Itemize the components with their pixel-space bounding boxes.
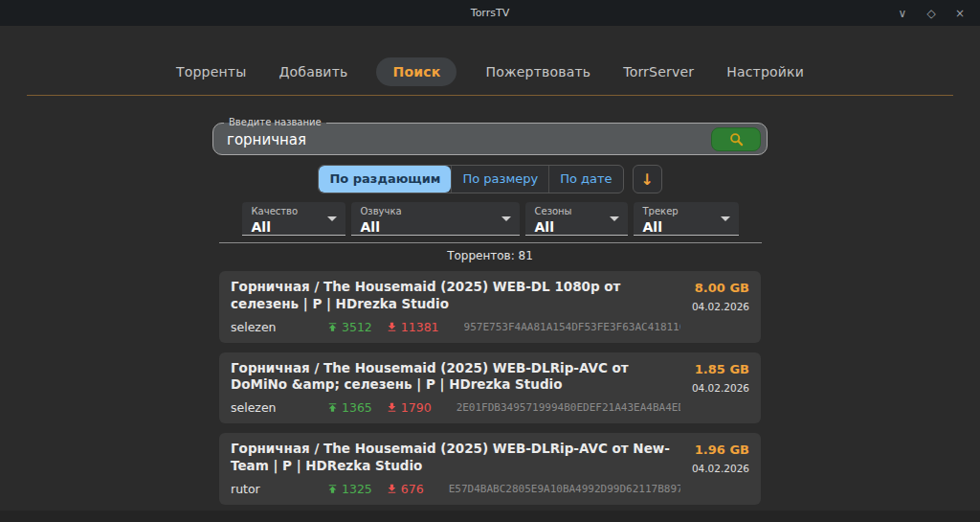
sort-row: По раздающимПо размеруПо дате ↓ [0,165,980,193]
app-title: TorrsTV [471,7,509,19]
leechers-stat: 676 [386,482,424,496]
results-count: Торрентов: 81 [0,249,980,262]
search-field-label: Введите название [224,117,326,128]
download-icon [386,321,398,333]
tracker-name: selezen [231,320,326,334]
search-field: Введите название [212,123,768,155]
download-icon [386,401,398,414]
torrent-size: 1.85 GB [680,360,749,376]
torrent-title: Горничная / The Housemaid (2025) WEB-DL … [231,279,680,313]
search-icon [728,131,745,148]
leechers-stat: 11381 [386,320,439,334]
seeders-stat: 3512 [326,320,372,334]
minimize-button[interactable]: ∨ [892,3,913,24]
sort-option[interactable]: По дате [548,166,622,193]
tracker-name: rutor [231,482,326,496]
filter-label: Трекер [643,206,716,217]
seeders-stat: 1325 [326,482,372,496]
upload-icon [326,401,339,414]
filter-select[interactable]: Сезоны All [525,202,628,236]
torrent-size: 1.96 GB [680,441,749,457]
nav-tab[interactable]: Поиск [376,57,457,86]
nav-tabs: ТоррентыДобавитьПоискПожертвоватьTorrSer… [0,57,980,86]
download-icon [386,483,398,495]
torrent-hash: E57D4BABC2805E9A10BA4992D99D62117B8970A0 [449,483,680,495]
nav-tab[interactable]: Настройки [723,57,808,86]
seeders-count: 1365 [342,400,372,415]
chevron-down-icon [327,216,337,221]
nav-tab[interactable]: TorrServer [619,57,698,86]
chevron-down-icon [610,216,619,221]
filter-label: Сезоны [535,206,605,217]
window-controls: ∨◇× [892,0,970,26]
filter-label: Озвучка [361,206,497,217]
leechers-stat: 1790 [386,400,432,415]
torrent-date: 04.02.2026 [680,463,749,474]
chevron-down-icon [721,216,730,221]
torrent-list: Горничная / The Housemaid (2025) WEB-DL … [219,271,761,522]
torrent-hash: 957E753F4AA81A154DF53FE3F63AC41811C0A5B0 [464,321,680,333]
seeders-count: 1325 [342,482,372,496]
filter-select[interactable]: Озвучка All [351,202,520,236]
torrent-card[interactable]: Горничная / The Housemaid (2025) WEB-DLR… [219,352,761,424]
torrent-date: 04.02.2026 [680,382,749,394]
arrow-down-icon: ↓ [640,170,653,189]
filters-divider [219,242,762,243]
torrent-date: 04.02.2026 [680,301,749,312]
nav-tab[interactable]: Пожертвовать [481,57,594,86]
maximize-button[interactable]: ◇ [921,3,942,24]
torrent-card[interactable]: Горничная / The Housemaid (2025) WEB-DL … [219,271,761,343]
upload-icon [326,321,339,333]
filters-row: Качество All Озвучка All Сезоны All Трек… [0,202,980,236]
chevron-down-icon [501,216,511,221]
leechers-count: 11381 [401,320,439,334]
titlebar: TorrsTV ∨◇× [0,0,980,26]
torrent-hash: 2E01FDB3495719994B0EDEF21A43EA4BA4EDD0A1 [457,401,680,414]
torrent-size: 8.00 GB [680,279,749,295]
seeders-count: 3512 [342,320,372,334]
torrent-title: Горничная / The Housemaid (2025) WEB-DLR… [231,360,680,395]
leechers-count: 676 [401,482,424,496]
torrent-card[interactable]: Горничная / The Housemaid (2025) WEB-DLR… [219,433,761,505]
filter-label: Качество [252,206,323,217]
tracker-name: selezen [231,400,326,415]
torrent-title: Горничная / The Housemaid (2025) WEB-DLR… [231,441,680,475]
sort-direction-button[interactable]: ↓ [633,165,662,193]
close-button[interactable]: × [949,3,970,24]
sort-button-group: По раздающимПо размеруПо дате [318,165,623,193]
leechers-count: 1790 [401,400,432,415]
seeders-stat: 1365 [326,400,372,415]
filter-value: All [535,219,554,235]
filter-value: All [252,219,271,235]
filter-value: All [361,219,380,235]
upload-icon [326,483,339,495]
nav-tab[interactable]: Торренты [172,57,250,86]
tabs-divider [27,95,953,96]
search-button[interactable] [711,127,761,151]
filter-select[interactable]: Трекер All [634,202,739,236]
window-bottom-edge [0,511,980,522]
sort-option[interactable]: По раздающим [319,166,451,193]
nav-tab[interactable]: Добавить [275,57,351,86]
sort-option[interactable]: По размеру [451,166,548,193]
filter-select[interactable]: Качество All [242,202,345,236]
filter-value: All [643,219,662,235]
